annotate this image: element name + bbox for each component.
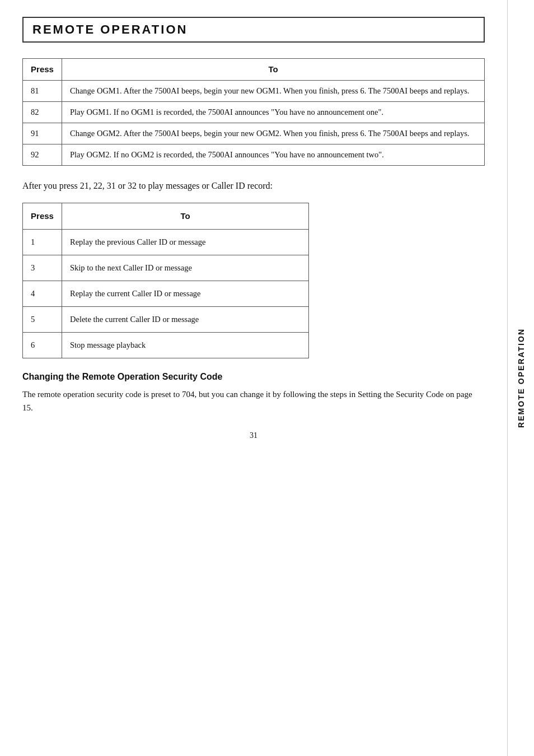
table2-col-press: Press — [23, 203, 62, 229]
table-2: Press To 1Replay the previous Caller ID … — [22, 203, 309, 358]
page: REMOTE OPERATION Press To 81Change OGM1.… — [0, 0, 534, 756]
press-cell: 82 — [23, 101, 62, 123]
page-title: REMOTE OPERATION — [32, 22, 475, 37]
to-cell: Skip to the next Caller ID or message — [62, 255, 309, 281]
side-tab-label: REMOTE OPERATION — [517, 328, 526, 428]
press-cell: 91 — [23, 123, 62, 144]
press-cell: 4 — [23, 281, 62, 306]
table-row: 81Change OGM1. After the 7500AI beeps, b… — [23, 80, 485, 101]
press-cell: 3 — [23, 255, 62, 281]
main-content: REMOTE OPERATION Press To 81Change OGM1.… — [0, 0, 507, 756]
to-cell: Play OGM2. If no OGM2 is recorded, the 7… — [62, 144, 485, 165]
to-cell: Change OGM2. After the 7500AI beeps, beg… — [62, 123, 485, 144]
to-cell: Stop message playback — [62, 332, 309, 358]
table-1: Press To 81Change OGM1. After the 7500AI… — [22, 58, 485, 166]
side-tab: REMOTE OPERATION — [507, 0, 534, 756]
press-cell: 92 — [23, 144, 62, 165]
table-row: 5Delete the current Caller ID or message — [23, 306, 309, 332]
table-row: 3Skip to the next Caller ID or message — [23, 255, 309, 281]
page-header: REMOTE OPERATION — [22, 17, 485, 43]
to-cell: Replay the current Caller ID or message — [62, 281, 309, 306]
to-cell: Play OGM1. If no OGM1 is recorded, the 7… — [62, 101, 485, 123]
to-cell: Delete the current Caller ID or message — [62, 306, 309, 332]
to-cell: Replay the previous Caller ID or message — [62, 229, 309, 255]
section-body: The remote operation security code is pr… — [22, 388, 485, 414]
table1-col-press: Press — [23, 59, 62, 81]
table-row: 91Change OGM2. After the 7500AI beeps, b… — [23, 123, 485, 144]
security-code-section: Changing the Remote Operation Security C… — [22, 372, 485, 414]
press-cell: 81 — [23, 80, 62, 101]
press-cell: 6 — [23, 332, 62, 358]
section-heading: Changing the Remote Operation Security C… — [22, 372, 485, 382]
page-number: 31 — [22, 431, 485, 440]
table-row: 82Play OGM1. If no OGM1 is recorded, the… — [23, 101, 485, 123]
table-row: 4Replay the current Caller ID or message — [23, 281, 309, 306]
press-cell: 1 — [23, 229, 62, 255]
to-cell: Change OGM1. After the 7500AI beeps, beg… — [62, 80, 485, 101]
press-cell: 5 — [23, 306, 62, 332]
table2-col-to: To — [62, 203, 309, 229]
table1-col-to: To — [62, 59, 485, 81]
table-row: 6Stop message playback — [23, 332, 309, 358]
intro-text: After you press 21, 22, 31 or 32 to play… — [22, 179, 485, 193]
table-row: 92Play OGM2. If no OGM2 is recorded, the… — [23, 144, 485, 165]
table-row: 1Replay the previous Caller ID or messag… — [23, 229, 309, 255]
